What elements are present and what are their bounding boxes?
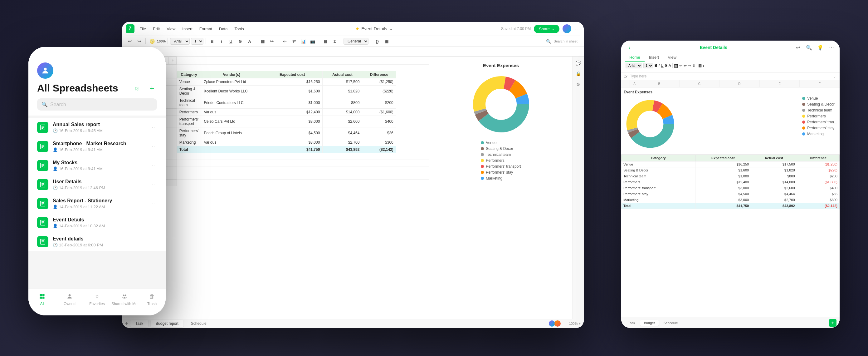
- cell-total-expected[interactable]: $41,750: [262, 146, 322, 153]
- cell[interactable]: $16,250: [262, 79, 322, 86]
- list-item[interactable]: Annual Sales report 🕐 16-Feb-2019 at 9:4…: [28, 118, 166, 137]
- cell[interactable]: $14,000: [751, 179, 797, 185]
- cell-total-actual[interactable]: $43,892: [322, 146, 362, 153]
- wrap-btn[interactable]: ▦: [698, 63, 702, 68]
- col-header-D[interactable]: D: [719, 80, 760, 87]
- add-sheet-btn[interactable]: +: [125, 321, 128, 326]
- merge-button[interactable]: ↦: [268, 37, 276, 45]
- cell-total[interactable]: Total: [621, 203, 695, 209]
- file-menu-btn[interactable]: ⋯: [151, 181, 157, 188]
- cell[interactable]: $1,600: [262, 86, 322, 97]
- cell[interactable]: Performers' stay: [621, 191, 695, 197]
- cell[interactable]: $41,750: [695, 203, 751, 209]
- font-family-select[interactable]: Arial: [170, 38, 190, 44]
- cell[interactable]: $3,000: [262, 139, 322, 146]
- formula-bar-button[interactable]: {}: [373, 37, 381, 45]
- file-menu-btn[interactable]: ⋯: [151, 124, 157, 131]
- side-comment-icon[interactable]: 🔒: [575, 70, 583, 78]
- italic-button[interactable]: I: [217, 37, 225, 45]
- underline-btn[interactable]: U: [661, 63, 664, 68]
- add-button[interactable]: +: [147, 83, 157, 93]
- sheet-tab-budget[interactable]: Budget report: [151, 320, 183, 327]
- more-icon[interactable]: ⋯: [827, 43, 836, 52]
- cell[interactable]: Marketing: [177, 139, 201, 146]
- cell[interactable]: $4,464: [751, 191, 797, 197]
- cell[interactable]: $4,500: [262, 127, 322, 139]
- cell[interactable]: $800: [751, 173, 797, 179]
- side-chat-icon[interactable]: 💬: [575, 59, 583, 67]
- cell[interactable]: $800: [322, 97, 362, 109]
- cell-b2[interactable]: Category: [177, 71, 201, 79]
- table-row[interactable]: Venue$16,250$17,500($1,250): [621, 161, 840, 168]
- cell[interactable]: Various: [201, 139, 262, 146]
- cell-f2[interactable]: Difference: [362, 71, 396, 79]
- list-item[interactable]: Event Details 👤 14-Feb-2019 at 10:32 AM …: [28, 213, 166, 232]
- valign-btn[interactable]: ⇓: [692, 63, 695, 68]
- more-options-icon[interactable]: ⋯: [575, 25, 580, 32]
- col-header-F[interactable]: F: [169, 57, 177, 64]
- cell[interactable]: $43,892: [751, 203, 797, 209]
- sheet-tab-schedule[interactable]: Schedule: [660, 320, 682, 326]
- align-center-button[interactable]: ⇄: [290, 37, 298, 45]
- list-item[interactable]: My Stocks 👤 16-Feb-2019 at 9:41 AM ⋯: [28, 156, 166, 175]
- bgcolor-btn[interactable]: ▧: [674, 63, 678, 68]
- cell-e2[interactable]: Actual cost: [322, 71, 362, 79]
- list-item[interactable]: Sales Report - Stationery 👤 14-Feb-2019 …: [28, 194, 166, 213]
- back-button[interactable]: ‹: [625, 43, 634, 52]
- table-row[interactable]: Technical team$1,000$800$200: [621, 173, 840, 179]
- cell[interactable]: ($228): [797, 168, 839, 173]
- align-left-button[interactable]: ⇦: [280, 37, 289, 45]
- cell[interactable]: Seating & Decor: [621, 168, 695, 173]
- cell[interactable]: $2,700: [751, 197, 797, 203]
- cell[interactable]: Venue: [621, 161, 695, 168]
- color-btn[interactable]: A: [669, 63, 671, 68]
- table-row[interactable]: Performers' transport$3,000$2,600$400: [621, 185, 840, 191]
- sheet-tab-task[interactable]: Task: [130, 320, 148, 327]
- underline-button[interactable]: U: [227, 37, 235, 45]
- align-center-btn[interactable]: ⇔: [684, 63, 687, 68]
- font-color-button[interactable]: A: [246, 37, 254, 45]
- file-menu-btn[interactable]: ⋯: [151, 219, 157, 226]
- cell[interactable]: $1,828: [322, 86, 362, 97]
- list-item[interactable]: User Details 🕐 14-Feb-2019 at 12:46 PM ⋯: [28, 175, 166, 194]
- formula-button[interactable]: Σ: [331, 37, 339, 45]
- cell[interactable]: $2,600: [751, 185, 797, 191]
- cell[interactable]: $1,000: [695, 173, 751, 179]
- cell[interactable]: Performers: [621, 179, 695, 185]
- menu-edit[interactable]: Edit: [150, 25, 163, 32]
- col-header-A[interactable]: A: [630, 80, 639, 87]
- menu-view[interactable]: View: [163, 25, 179, 32]
- more-btn[interactable]: ›: [703, 63, 705, 68]
- redo-button[interactable]: ↪: [135, 37, 143, 45]
- cell[interactable]: $12,400: [262, 109, 322, 116]
- formula-expand-icon[interactable]: ⌄: [833, 74, 836, 79]
- filter-button[interactable]: ▦: [321, 37, 330, 45]
- cell[interactable]: ($1,600): [797, 179, 839, 185]
- menu-data[interactable]: Data: [216, 25, 230, 32]
- cell[interactable]: Venue: [177, 79, 201, 86]
- cell[interactable]: Zplace Promoters Pvt Ltd: [201, 79, 262, 86]
- sheet-tab-budget[interactable]: Budget: [640, 320, 659, 326]
- cell[interactable]: Performers' stay: [177, 127, 201, 139]
- cell[interactable]: $200: [797, 173, 839, 179]
- cell[interactable]: [177, 65, 429, 71]
- cell-c2[interactable]: Vendor(s): [201, 71, 262, 79]
- cell[interactable]: Technical team: [621, 173, 695, 179]
- list-item[interactable]: Smartphone - Market Research 👤 16-Feb-20…: [28, 137, 166, 156]
- font-family-select[interactable]: Arial: [626, 63, 642, 68]
- cell[interactable]: $1,000: [262, 97, 322, 109]
- tab-view[interactable]: View: [663, 54, 681, 61]
- cell[interactable]: Performers' transport: [621, 185, 695, 191]
- cell[interactable]: $3,000: [695, 197, 751, 203]
- table-row[interactable]: 4 Seating & Decor Xcellent Decor Works L…: [122, 86, 429, 97]
- more-button[interactable]: 🔍: [545, 37, 553, 45]
- font-size-select[interactable]: 10: [643, 63, 653, 68]
- chart-button[interactable]: 📊: [299, 37, 307, 45]
- table-row[interactable]: 5 Technical team Friedel Contractors LLC…: [122, 97, 429, 109]
- search-bar[interactable]: 🔍 Search: [37, 98, 157, 111]
- formula-input[interactable]: Type here: [630, 74, 830, 79]
- table-row[interactable]: 8 Performers' stay Peach Group of Hotels…: [122, 127, 429, 139]
- cell[interactable]: $1,600: [695, 168, 751, 173]
- nav-trash[interactable]: 🗑 Trash: [138, 292, 166, 306]
- italic-btn[interactable]: I: [659, 63, 659, 68]
